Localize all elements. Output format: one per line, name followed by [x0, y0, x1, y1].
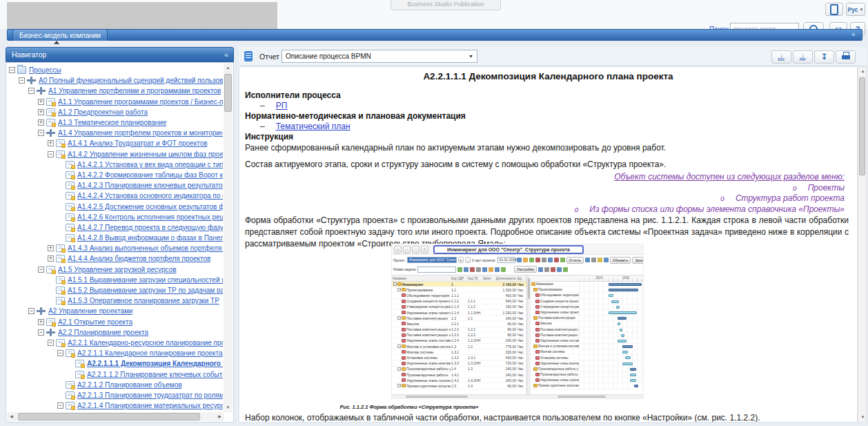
tree-link[interactable]: А1.1 Управление программами проектов / Б… — [58, 98, 223, 106]
tree-link[interactable]: А0 Полный функциональный сценарий действ… — [39, 77, 223, 84]
tree-expander-icon[interactable]: − — [57, 403, 63, 409]
tree-link[interactable]: А2.2.1.1.1 Декомпозиция Календарного пла… — [87, 360, 223, 367]
scrollbar-thumb[interactable] — [18, 413, 200, 420]
tab-overflow-icon[interactable]: « — [851, 30, 856, 38]
expander-icon: − — [397, 316, 401, 320]
duration-cell: 720,00 — [493, 361, 517, 365]
tree-expander-icon[interactable]: − — [9, 67, 15, 73]
gantt-plot — [579, 333, 643, 338]
tree-link[interactable]: А1.4 Управление портфелем проектов и мон… — [58, 129, 223, 137]
tree-link[interactable]: А1.4.2 Управление жизненным циклом фаз п… — [68, 151, 223, 158]
task-icon — [535, 293, 540, 297]
tree-link[interactable]: А1.4.4 Анализ бюджетов портфеля проектов — [68, 255, 210, 262]
tree-link[interactable]: А2.2.1.1 Календарное планирование проект… — [77, 349, 223, 357]
tree-link[interactable]: А1.4.1 Анализ Трудозатрат и ФОТ проектов — [68, 139, 208, 147]
tree-expander-icon[interactable]: + — [38, 119, 44, 126]
scroll-down-icon[interactable]: ▼ — [858, 413, 867, 422]
tree-link[interactable]: А1.4.2.6 Контроль исполнения проектных р… — [77, 213, 223, 221]
tree-expander-icon[interactable]: − — [48, 151, 54, 157]
tree-expander-icon[interactable]: − — [28, 88, 34, 94]
export-pdf-button[interactable]: ↓ PDF — [793, 50, 813, 64]
gantt-plot — [579, 367, 643, 371]
tree-link[interactable]: А1.4.2.5 Достижение основных результатов… — [77, 203, 223, 211]
tree-link[interactable]: А1.5.3 Оперативное планирование загрузки… — [68, 297, 219, 304]
scroll-down-icon[interactable]: ▼ — [224, 403, 233, 412]
task-name: Приемо-сдаточные испытания — [538, 384, 579, 387]
tree-expander-icon[interactable]: + — [48, 245, 54, 251]
gantt-task-name: Пусконаладочные работы — [531, 373, 579, 376]
tree-link[interactable]: А1.4.2.1 Установка у вех вида операции с… — [77, 161, 223, 168]
tree-link[interactable]: А1.2 Предпроектная работа — [58, 108, 148, 116]
scrollbar-thumb[interactable] — [224, 74, 232, 112]
tree-link[interactable]: А1.4.2.4 Установка основного индикатора … — [77, 192, 223, 200]
save-report-button[interactable]: ↧ — [814, 50, 834, 64]
tree-link[interactable]: А2.1 Открытие проекта — [58, 318, 132, 326]
proc-icon — [56, 139, 65, 147]
tree-link[interactable]: А2 Управление проектами — [48, 307, 132, 315]
figure-table-body: −Инжиниринг12 160,00Час−Проектирование1.… — [392, 282, 526, 389]
tree-link[interactable]: А2.2 Планирование проекта — [58, 329, 148, 336]
scroll-up-icon[interactable]: ▲ — [224, 64, 233, 72]
tree-link[interactable]: А2.2.1.1.2 Планирование ключевых событий… — [87, 371, 223, 378]
duration-cell: 160,00 — [493, 304, 517, 309]
tab-business-model[interactable]: Бизнес-модель компании — [12, 29, 108, 41]
tree-expander-icon[interactable]: + — [48, 140, 54, 146]
tree-link[interactable]: А2.2.1.4 Планирование материальных ресур… — [77, 402, 223, 409]
tree-link[interactable]: А1.5.2 Выравнивание загрузки ТР по задач… — [68, 287, 223, 294]
language-button[interactable]: Рус ▼ — [846, 3, 865, 16]
tree-expander-icon[interactable]: − — [57, 350, 63, 356]
scroll-right-icon[interactable]: ▶ — [215, 412, 224, 421]
tree-link[interactable]: А1.4.2.3 Планирование ключевых результат… — [77, 182, 223, 189]
tree-expander-icon[interactable]: − — [38, 329, 44, 336]
project-task-row: Укрупненные этапы пусконаладки1.4.21.4.1… — [392, 378, 526, 383]
tree-link[interactable]: А1.4.3 Анализ выполненных объемов портфе… — [68, 244, 223, 252]
scrollbar-thumb[interactable] — [859, 77, 865, 175]
duration-cell: 400,00 — [493, 356, 517, 360]
unit-cell: Час — [517, 299, 526, 303]
tree-expander-icon[interactable]: + — [38, 109, 44, 115]
task-name: Монтаж системы — [406, 350, 433, 354]
tree-link[interactable]: А1.3 Тематическое планирование — [58, 119, 166, 126]
report-type-select[interactable]: Описание процесса BPMN ▼ — [282, 50, 477, 63]
duration-cell: 80,00 — [493, 322, 517, 326]
tree-link[interactable]: А1 Управление портфелями и программами п… — [48, 87, 221, 95]
collapse-panel-icon[interactable]: « — [224, 50, 228, 59]
tree-item: А1.4.2.5 Достижение основных результатов… — [8, 201, 223, 211]
toolbar-icon — [604, 258, 609, 262]
tree-link[interactable]: А2.2.1.3 Планирование трудозатрат по рол… — [77, 391, 223, 399]
export-doc-button[interactable]: ↓ DOC — [771, 50, 791, 64]
tree-expander-icon[interactable]: − — [38, 267, 44, 273]
tree-link[interactable]: А1.5 Управление загрузкой ресурсов — [58, 266, 177, 273]
tree-expander-icon[interactable]: + — [48, 255, 54, 262]
tree-item: +А1.4.4 Анализ бюджетов портфеля проекто… — [8, 253, 223, 264]
menu-note-title-link[interactable]: Объект системы доступен из следующих раз… — [575, 172, 845, 183]
document-vertical-scrollbar[interactable]: ▲ ▼ — [858, 66, 867, 423]
tree-expander-icon[interactable]: − — [38, 130, 44, 136]
mobile-view-button[interactable] — [825, 3, 843, 16]
scroll-up-icon[interactable]: ▲ — [858, 67, 867, 76]
tree-expander-icon[interactable]: + — [38, 99, 44, 105]
tree-link[interactable]: А1.4.2.8 Вывод информации о фазах в Пане… — [77, 234, 223, 242]
gantt-task-name: Установка системы — [531, 356, 579, 360]
task-name-cell: Создание концепта проектируемой системы — [392, 299, 451, 303]
scroll-left-icon[interactable]: ◀ — [7, 412, 16, 421]
print-button[interactable] — [836, 50, 856, 64]
navigator-horizontal-scrollbar[interactable]: ◀ ▶ — [7, 412, 224, 421]
tree-expander-icon[interactable]: − — [48, 340, 54, 346]
column-header: Название — [392, 277, 451, 280]
tree-link[interactable]: А1.4.2.7 Перевод проекта в следующую фаз… — [77, 224, 223, 231]
tree-link[interactable]: А2.2.1 Календарно-ресурсное планирование… — [68, 339, 223, 347]
tree-expander-icon[interactable]: + — [38, 319, 44, 325]
tree-link[interactable]: А1.5.1 Выравнивание загрузки специальнос… — [68, 276, 223, 284]
tree-expander-icon[interactable]: − — [19, 77, 25, 84]
executor-link[interactable]: РП — [276, 101, 288, 110]
tree-link[interactable]: Процессы — [29, 66, 61, 74]
navigator-vertical-scrollbar[interactable]: ▲ ▼ — [224, 64, 233, 412]
code-cell: 1.2.2 — [451, 327, 467, 331]
tree-indent — [8, 311, 28, 311]
thematic-plan-link[interactable]: Тематический план — [276, 122, 351, 131]
tree-expander-icon[interactable]: − — [28, 308, 34, 314]
tree-indent — [8, 280, 48, 280]
tree-link[interactable]: А1.4.2.2 Формирование таблицы фаз Ворот … — [77, 171, 223, 179]
tree-link[interactable]: А2.2.1.2 Планирование объемов — [77, 381, 182, 389]
